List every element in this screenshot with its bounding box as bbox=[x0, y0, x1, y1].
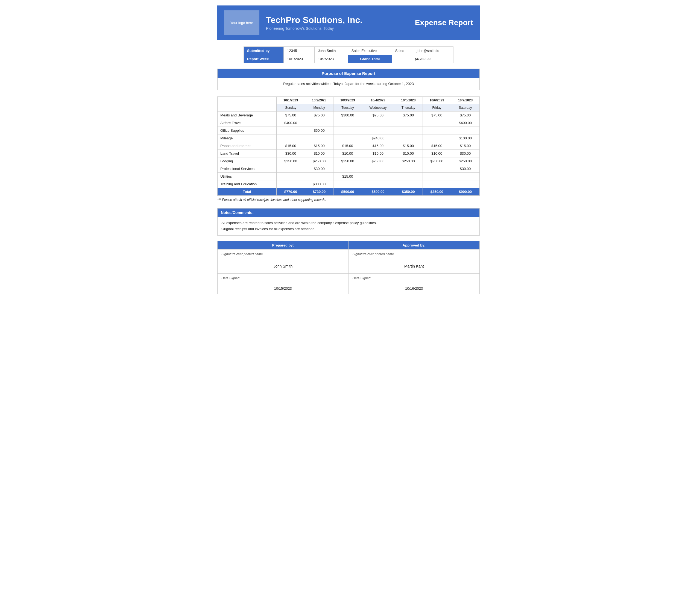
date-col-6: 10/7/2023 bbox=[451, 97, 479, 104]
value-cell: $15.00 bbox=[362, 142, 394, 150]
sig-header-row: Prepared by: Approved by: bbox=[218, 241, 480, 250]
value-cell bbox=[422, 134, 451, 142]
value-cell: $15.00 bbox=[333, 142, 362, 150]
date-col-2: 10/3/2023 bbox=[333, 97, 362, 104]
notes-line1: All expenses are related to sales activi… bbox=[221, 220, 476, 226]
value-cell bbox=[333, 165, 362, 173]
prepared-date-label: Date Signed bbox=[218, 273, 349, 283]
value-cell: $30.00 bbox=[451, 150, 479, 157]
value-cell bbox=[276, 165, 305, 173]
value-cell: $250.00 bbox=[451, 157, 479, 165]
table-row: Professional Services$30.00$30.00 bbox=[218, 165, 480, 173]
table-row: Mileage$240.00$100.00 bbox=[218, 134, 480, 142]
value-cell bbox=[362, 119, 394, 127]
info-section: Submitted by 12345 John Smith Sales Exec… bbox=[217, 46, 480, 63]
value-cell bbox=[422, 173, 451, 180]
report-title: Expense Report bbox=[415, 18, 473, 27]
prepared-name: John Smith bbox=[218, 259, 349, 273]
value-cell bbox=[394, 134, 422, 142]
department: Sales bbox=[392, 47, 413, 55]
purpose-section: Purpose of Expense Report Regular sales … bbox=[217, 69, 480, 90]
report-week-label: Report Week bbox=[244, 55, 284, 63]
sig-name-row: John Smith Martin Kant bbox=[218, 259, 480, 273]
page-header: Your logo here TechPro Solutions, Inc. P… bbox=[217, 5, 480, 40]
notes-line2: Original receipts and invoices for all e… bbox=[221, 226, 476, 232]
table-row: Office Supplies$50.00 bbox=[218, 127, 480, 134]
category-cell: Meals and Beverage bbox=[218, 111, 277, 119]
value-cell bbox=[362, 165, 394, 173]
purpose-body: Regular sales activities while in Tokyo,… bbox=[218, 78, 479, 90]
value-cell: $10.00 bbox=[305, 150, 333, 157]
disclaimer: *** Please attach all official receipts,… bbox=[217, 198, 480, 202]
table-row: Meals and Beverage$75.00$75.00$300.00$75… bbox=[218, 111, 480, 119]
employee-title: Sales Executive bbox=[348, 47, 392, 55]
value-cell: $50.00 bbox=[305, 127, 333, 134]
value-cell: $75.00 bbox=[451, 111, 479, 119]
expense-body: Meals and Beverage$75.00$75.00$300.00$75… bbox=[218, 111, 480, 188]
value-cell bbox=[394, 180, 422, 188]
value-cell bbox=[362, 127, 394, 134]
sig-label-row: Signature over printed name Signature ov… bbox=[218, 250, 480, 259]
purpose-header: Purpose of Expense Report bbox=[218, 69, 479, 78]
value-cell bbox=[333, 180, 362, 188]
value-cell: $400.00 bbox=[451, 119, 479, 127]
table-row: Utilities$15.00 bbox=[218, 173, 480, 180]
value-cell: $15.00 bbox=[305, 142, 333, 150]
category-cell: Phone and Internet bbox=[218, 142, 277, 150]
prepared-sig-label: Signature over printed name bbox=[218, 250, 349, 259]
value-cell: $15.00 bbox=[276, 142, 305, 150]
approved-by-header: Approved by: bbox=[348, 241, 480, 250]
info-table: Submitted by 12345 John Smith Sales Exec… bbox=[243, 46, 454, 63]
value-cell: $75.00 bbox=[276, 111, 305, 119]
date-val-row: 10/15/2023 10/16/2023 bbox=[218, 283, 480, 294]
prepared-by-header: Prepared by: bbox=[218, 241, 349, 250]
company-name: TechPro Solutions, Inc. bbox=[266, 15, 415, 25]
category-cell: Utilities bbox=[218, 173, 277, 180]
email: john@smith.io bbox=[413, 47, 454, 55]
value-cell bbox=[362, 180, 394, 188]
date-col-4: 10/5/2023 bbox=[394, 97, 422, 104]
notes-header: Notes/Comments: bbox=[218, 209, 479, 217]
total-col-1: $730.00 bbox=[305, 188, 333, 196]
submitted-by-row: Submitted by 12345 John Smith Sales Exec… bbox=[244, 47, 454, 55]
approved-sig-label: Signature over printed name bbox=[348, 250, 480, 259]
day-col-5: Friday bbox=[422, 104, 451, 111]
company-tagline: Pioneering Tomorrow's Solutions, Today. bbox=[266, 26, 415, 31]
category-cell: Training and Education bbox=[218, 180, 277, 188]
total-col-2: $590.00 bbox=[333, 188, 362, 196]
value-cell: $15.00 bbox=[451, 142, 479, 150]
value-cell bbox=[394, 165, 422, 173]
value-cell bbox=[451, 180, 479, 188]
value-cell bbox=[422, 119, 451, 127]
value-cell: $250.00 bbox=[394, 157, 422, 165]
total-col-0: $770.00 bbox=[276, 188, 305, 196]
category-cell: Airfare Travel bbox=[218, 119, 277, 127]
value-cell bbox=[305, 119, 333, 127]
date-header-row: Categories 10/1/2023 10/2/2023 10/3/2023… bbox=[218, 97, 480, 104]
category-cell: Lodging bbox=[218, 157, 277, 165]
value-cell: $100.00 bbox=[451, 134, 479, 142]
value-cell: $10.00 bbox=[362, 150, 394, 157]
expense-table-wrap: Categories 10/1/2023 10/2/2023 10/3/2023… bbox=[217, 96, 480, 196]
value-cell: $30.00 bbox=[276, 150, 305, 157]
value-cell bbox=[422, 165, 451, 173]
value-cell: $300.00 bbox=[333, 111, 362, 119]
value-cell: $10.00 bbox=[422, 150, 451, 157]
date-col-3: 10/4/2023 bbox=[362, 97, 394, 104]
grand-total-label: Grand Total bbox=[348, 55, 392, 63]
value-cell bbox=[276, 134, 305, 142]
week-end: 10/7/2023 bbox=[315, 55, 348, 63]
value-cell bbox=[362, 173, 394, 180]
report-week-row: Report Week 10/1/2023 10/7/2023 Grand To… bbox=[244, 55, 454, 63]
total-col-5: $350.00 bbox=[422, 188, 451, 196]
value-cell bbox=[422, 127, 451, 134]
value-cell bbox=[333, 119, 362, 127]
total-label: Total bbox=[218, 188, 277, 196]
company-info: TechPro Solutions, Inc. Pioneering Tomor… bbox=[266, 15, 415, 31]
value-cell: $30.00 bbox=[305, 165, 333, 173]
day-col-2: Tuesday bbox=[333, 104, 362, 111]
expense-table: Categories 10/1/2023 10/2/2023 10/3/2023… bbox=[217, 96, 480, 196]
grand-total-value: $4,280.00 bbox=[392, 55, 453, 63]
approved-name: Martin Kant bbox=[348, 259, 480, 273]
value-cell: $75.00 bbox=[394, 111, 422, 119]
